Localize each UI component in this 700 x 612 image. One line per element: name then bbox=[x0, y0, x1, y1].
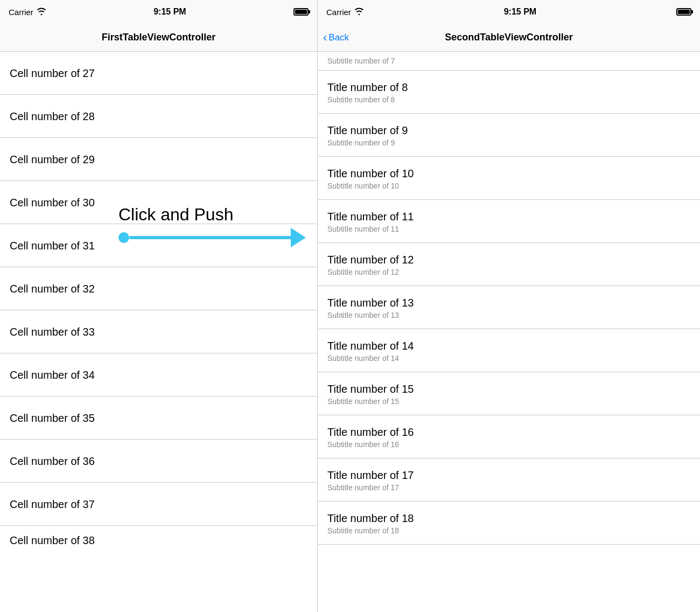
list-item[interactable]: Title number of 13 Subtitle number of 13 bbox=[318, 286, 700, 329]
chevron-left-icon: ‹ bbox=[323, 32, 327, 44]
left-carrier: Carrier bbox=[9, 8, 33, 17]
left-nav-bar: FirstTableViewController bbox=[0, 24, 317, 52]
right-nav-bar: ‹ Back SecondTableViewController bbox=[318, 24, 700, 52]
right-status-right bbox=[676, 8, 691, 16]
list-item[interactable]: Title number of 10 Subtitle number of 10 bbox=[318, 157, 700, 200]
list-item-partial[interactable]: Cell number of 38 bbox=[0, 526, 317, 555]
left-status-right bbox=[293, 8, 309, 16]
list-item[interactable]: Title number of 11 Subtitle number of 11 bbox=[318, 200, 700, 243]
left-status-left: Carrier bbox=[9, 8, 46, 17]
list-item[interactable]: Title number of 14 Subtitle number of 14 bbox=[318, 329, 700, 372]
list-item[interactable]: Title number of 15 Subtitle number of 15 bbox=[318, 372, 700, 415]
list-item[interactable]: Title number of 18 Subtitle number of 18 bbox=[318, 502, 700, 545]
left-battery-icon bbox=[293, 8, 309, 16]
list-item[interactable]: Cell number of 30 bbox=[0, 181, 317, 224]
right-status-time: 9:15 PM bbox=[504, 7, 536, 17]
list-item[interactable]: Title number of 12 Subtitle number of 12 bbox=[318, 243, 700, 286]
right-panel: Carrier 9:15 PM ‹ Back SecondTableViewCo… bbox=[318, 0, 700, 612]
left-panel: Carrier 9:15 PM FirstTableViewController… bbox=[0, 0, 318, 612]
list-item[interactable]: Cell number of 29 bbox=[0, 138, 317, 181]
right-nav-title: SecondTableViewController bbox=[445, 32, 572, 43]
list-item[interactable]: Cell number of 31 bbox=[0, 224, 317, 267]
partial-subtitle: Subtitle number of 7 bbox=[327, 57, 395, 65]
list-item[interactable]: Title number of 16 Subtitle number of 16 bbox=[318, 415, 700, 458]
back-label: Back bbox=[328, 32, 349, 43]
list-item[interactable]: Cell number of 36 bbox=[0, 440, 317, 483]
right-wifi-icon bbox=[354, 8, 364, 17]
list-item[interactable]: Cell number of 27 bbox=[0, 52, 317, 95]
left-status-bar: Carrier 9:15 PM bbox=[0, 0, 317, 24]
right-status-left: Carrier bbox=[326, 8, 364, 17]
right-partial-top-row[interactable]: Subtitle number of 7 bbox=[318, 52, 700, 71]
left-status-time: 9:15 PM bbox=[153, 7, 186, 17]
list-item[interactable]: Cell number of 37 bbox=[0, 483, 317, 526]
list-item[interactable]: Cell number of 33 bbox=[0, 310, 317, 353]
left-table[interactable]: Cell number of 27 Cell number of 28 Cell… bbox=[0, 52, 317, 612]
left-nav-title: FirstTableViewController bbox=[102, 32, 215, 43]
list-item[interactable]: Title number of 9 Subtitle number of 9 bbox=[318, 114, 700, 157]
right-status-bar: Carrier 9:15 PM bbox=[318, 0, 700, 24]
list-item[interactable]: Cell number of 34 bbox=[0, 353, 317, 397]
list-item[interactable]: Title number of 8 Subtitle number of 8 bbox=[318, 71, 700, 114]
list-item[interactable]: Cell number of 35 bbox=[0, 397, 317, 440]
list-item[interactable]: Title number of 17 Subtitle number of 17 bbox=[318, 458, 700, 502]
list-item[interactable]: Cell number of 32 bbox=[0, 267, 317, 310]
left-wifi-icon bbox=[37, 8, 46, 17]
list-item[interactable]: Cell number of 28 bbox=[0, 95, 317, 138]
back-button[interactable]: ‹ Back bbox=[323, 32, 349, 44]
right-carrier: Carrier bbox=[326, 8, 351, 17]
right-battery-icon bbox=[676, 8, 691, 16]
right-table[interactable]: Title number of 8 Subtitle number of 8 T… bbox=[318, 71, 700, 612]
